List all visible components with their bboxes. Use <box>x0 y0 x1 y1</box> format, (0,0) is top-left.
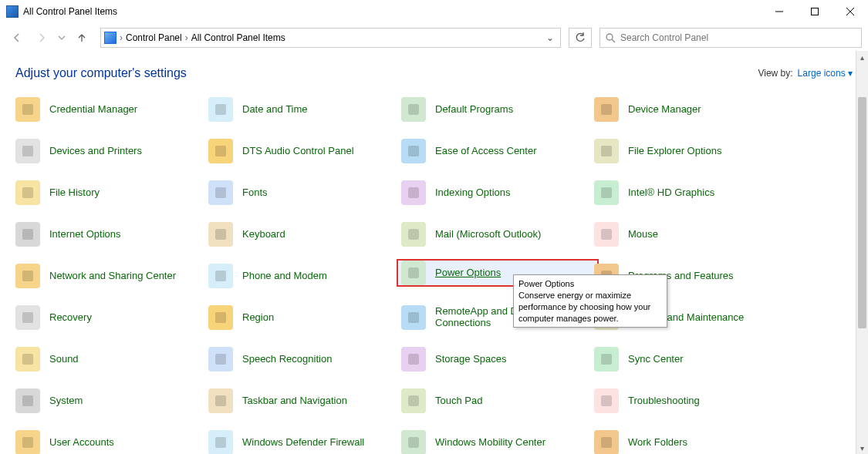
control-panel-item[interactable]: Date and Time <box>208 96 401 123</box>
item-label[interactable]: Windows Mobility Center <box>435 437 545 449</box>
view-by-control: View by: Large icons ▾ <box>758 68 853 79</box>
item-label[interactable]: Ease of Access Center <box>435 146 537 157</box>
control-panel-item[interactable]: Troubleshooting <box>594 387 787 415</box>
item-label[interactable]: Power Options <box>435 267 501 279</box>
control-panel-item[interactable]: Network and Sharing Center <box>15 262 208 290</box>
control-panel-item[interactable]: Mail (Microsoft Outlook) <box>401 220 594 248</box>
search-box[interactable] <box>599 28 862 48</box>
item-icon <box>15 139 40 163</box>
control-panel-item[interactable]: Intel® HD Graphics <box>594 179 787 207</box>
item-label[interactable]: Speech Recognition <box>242 354 332 365</box>
control-panel-item[interactable]: Sound <box>15 345 208 373</box>
item-label[interactable]: Storage Spaces <box>435 354 507 365</box>
svg-rect-24 <box>408 267 419 278</box>
svg-rect-16 <box>408 187 419 198</box>
svg-rect-11 <box>215 146 226 156</box>
item-label[interactable]: Sound <box>49 354 79 365</box>
item-label[interactable]: Device Manager <box>628 104 701 116</box>
address-bar[interactable]: › Control Panel › All Control Panel Item… <box>100 28 561 48</box>
minimize-button[interactable] <box>762 0 797 23</box>
control-panel-item[interactable]: Mouse <box>594 220 787 248</box>
item-label[interactable]: Touch Pad <box>435 395 482 407</box>
control-panel-item[interactable]: File History <box>15 179 208 207</box>
view-by-dropdown[interactable]: Large icons ▾ <box>798 68 853 79</box>
control-panel-item[interactable]: Phone and Modem <box>208 262 401 290</box>
control-panel-item[interactable]: Windows Mobility Center <box>401 429 594 454</box>
item-label[interactable]: Credential Manager <box>49 104 137 116</box>
control-panel-item[interactable]: File Explorer Options <box>594 137 787 165</box>
item-label[interactable]: Fonts <box>242 187 268 199</box>
control-panel-item[interactable]: Internet Options <box>15 220 208 248</box>
control-panel-item[interactable]: DTS Audio Control Panel <box>208 137 401 165</box>
item-label[interactable]: DTS Audio Control Panel <box>242 146 354 157</box>
back-button[interactable] <box>6 27 28 49</box>
vertical-scrollbar[interactable]: ▴ ▾ <box>856 51 868 454</box>
item-label[interactable]: Taskbar and Navigation <box>242 395 347 407</box>
item-label[interactable]: Internet Options <box>49 229 121 240</box>
item-label[interactable]: Intel® HD Graphics <box>628 187 714 199</box>
item-label[interactable]: File History <box>49 187 100 199</box>
breadcrumb-root[interactable]: Control Panel <box>126 32 182 43</box>
forward-button[interactable] <box>31 27 52 49</box>
refresh-button[interactable] <box>569 28 592 48</box>
item-label[interactable]: Indexing Options <box>435 187 511 199</box>
maximize-button[interactable] <box>797 0 833 23</box>
control-panel-item[interactable]: Taskbar and Navigation <box>208 387 401 415</box>
control-panel-item[interactable]: Touch Pad <box>401 387 594 415</box>
scroll-down-arrow-icon[interactable]: ▾ <box>856 442 868 454</box>
control-panel-item[interactable]: Indexing Options <box>401 179 594 207</box>
svg-rect-12 <box>408 146 419 156</box>
search-input[interactable] <box>620 32 856 43</box>
item-label[interactable]: Devices and Printers <box>49 146 142 157</box>
item-label[interactable]: Sync Center <box>628 354 684 365</box>
control-panel-item[interactable]: Sync Center <box>594 345 787 373</box>
control-panel-item[interactable]: Recovery <box>15 304 208 331</box>
control-panel-item[interactable]: Devices and Printers <box>15 137 208 165</box>
item-label[interactable]: Work Folders <box>628 437 687 449</box>
item-label[interactable]: Troubleshooting <box>628 395 700 407</box>
control-panel-item[interactable]: Work Folders <box>594 429 787 454</box>
scroll-up-arrow-icon[interactable]: ▴ <box>856 51 868 63</box>
control-panel-item[interactable]: Speech Recognition <box>208 345 401 373</box>
item-icon <box>208 180 233 205</box>
svg-rect-38 <box>22 437 33 448</box>
item-label[interactable]: Region <box>242 312 274 324</box>
scrollbar-thumb[interactable] <box>858 97 866 328</box>
page-heading: Adjust your computer's settings <box>15 66 187 80</box>
item-label[interactable]: Default Programs <box>435 104 513 116</box>
control-panel-item[interactable]: Ease of Access Center <box>401 137 594 165</box>
item-icon <box>401 139 426 163</box>
up-button[interactable] <box>71 27 93 49</box>
control-panel-item[interactable]: System <box>15 387 208 415</box>
control-panel-item[interactable]: Region <box>208 304 401 331</box>
chevron-down-icon: ▾ <box>848 68 853 79</box>
control-panel-item[interactable]: Storage Spaces <box>401 345 594 373</box>
control-panel-item[interactable]: Fonts <box>208 179 401 207</box>
control-panel-item[interactable]: Device Manager <box>594 96 787 123</box>
item-label[interactable]: Keyboard <box>242 229 285 240</box>
close-button[interactable] <box>833 0 868 23</box>
item-label[interactable]: Recovery <box>49 312 92 324</box>
svg-rect-15 <box>215 187 226 198</box>
control-panel-item[interactable]: Credential Manager <box>15 96 208 123</box>
recent-locations-button[interactable] <box>56 27 68 49</box>
item-label[interactable]: Phone and Modem <box>242 271 327 282</box>
svg-rect-31 <box>215 354 226 365</box>
nav-row: › Control Panel › All Control Panel Item… <box>0 23 868 51</box>
control-panel-item[interactable]: User Accounts <box>15 429 208 454</box>
item-label[interactable]: User Accounts <box>49 437 114 449</box>
item-label[interactable]: Network and Sharing Center <box>49 271 176 282</box>
item-label[interactable]: Mail (Microsoft Outlook) <box>435 229 541 240</box>
address-dropdown-icon[interactable]: ⌄ <box>543 32 557 43</box>
svg-rect-35 <box>215 395 226 406</box>
item-label[interactable]: Mouse <box>628 229 658 240</box>
item-icon <box>594 347 619 372</box>
item-label[interactable]: File Explorer Options <box>628 146 721 157</box>
item-label[interactable]: Windows Defender Firewall <box>242 437 364 449</box>
breadcrumb-current[interactable]: All Control Panel Items <box>191 32 285 43</box>
item-label[interactable]: Date and Time <box>242 104 308 116</box>
control-panel-item[interactable]: Default Programs <box>401 96 594 123</box>
control-panel-item[interactable]: Keyboard <box>208 220 401 248</box>
item-label[interactable]: System <box>49 395 83 407</box>
control-panel-item[interactable]: Windows Defender Firewall <box>208 429 401 454</box>
